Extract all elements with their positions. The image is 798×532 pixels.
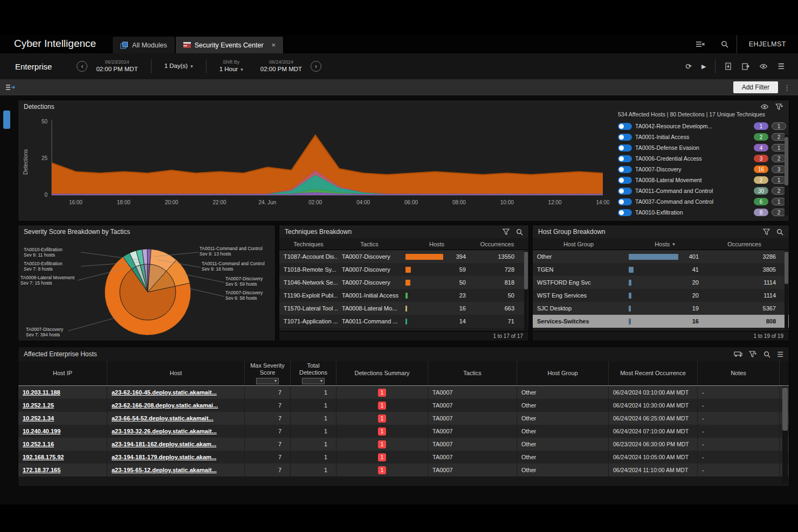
host-row[interactable]: 10.240.40.199a23-193-32-26.deploy.static… [18,425,789,438]
host-ip-link[interactable]: 10.252.1.25 [23,402,54,409]
add-filter-button[interactable]: Add Filter [733,81,778,93]
host-link[interactable]: a23-195-65-12.deploy.static.akamait... [112,467,217,473]
legend-item[interactable]: TA0006-Credential Access32 [618,153,786,164]
hosts-col-header[interactable]: Tactics [428,361,517,385]
play-icon[interactable]: ▶ [697,63,711,70]
hosts-col-header[interactable]: Host IP [18,361,107,385]
tab-security-events-center[interactable]: Security Events Center × [175,37,284,53]
hosts-col-header[interactable]: Host [107,361,245,385]
legend-item[interactable]: TA0005-Defense Evasion41 [618,142,786,153]
legend-toggle[interactable] [618,198,632,205]
detection-count-badge[interactable]: 1 [378,389,386,397]
refresh-icon[interactable]: ⟳ [680,62,697,71]
techniques-col-header[interactable]: Hosts [401,238,472,250]
detection-count-badge[interactable]: 1 [378,402,386,410]
host-ip-link[interactable]: 172.18.37.165 [23,467,60,473]
host-group-col-header[interactable]: Hosts▾ [624,238,705,250]
host-group-scrollbar[interactable] [785,251,788,330]
legend-item[interactable]: TA0042-Resource Developm...11 [618,121,786,132]
host-link[interactable]: a23-62-166-208.deploy.static.akamai... [112,402,218,409]
assets-icon[interactable] [734,351,742,357]
host-ip-link[interactable]: 10.240.40.199 [23,428,60,434]
start-datetime[interactable]: 06/23/2024 02:00 PM MDT [87,59,146,74]
host-group-row[interactable]: SJC Desktop195367 [533,302,789,315]
legend-scrollbar[interactable] [785,135,788,216]
expand-filters-icon[interactable] [5,84,15,91]
host-group-col-header[interactable]: Host Group [533,238,624,250]
filter-icon[interactable] [503,229,510,235]
eye-icon[interactable] [754,64,773,69]
hosts-col-header[interactable]: Most Recent Occurrence [609,361,698,385]
host-group-row[interactable]: WST Eng Services201114 [533,289,789,302]
legend-item[interactable]: TA0011-Command and Control302 [618,185,786,196]
legend-toggle[interactable] [618,188,632,195]
filter-add-icon[interactable] [775,103,783,110]
host-link[interactable]: a23-194-181-179.deploy.static.akam... [112,454,216,460]
legend-item[interactable]: TA0010-Exfiltration82 [618,207,786,218]
search-icon[interactable] [516,229,523,236]
time-back-button[interactable]: ‹ [77,61,87,72]
column-sort-select[interactable]: ▾ [302,378,325,384]
end-datetime[interactable]: 06/24/2024 02:00 PM MDT [252,59,311,74]
techniques-scrollbar[interactable] [524,251,528,330]
close-tab-icon[interactable]: × [272,41,276,49]
menu-icon[interactable]: ☰ [777,350,783,358]
technique-row[interactable]: T1046-Network Se...TA0007-Discovery50818 [279,276,528,289]
detection-count-badge[interactable]: 1 [378,440,386,448]
legend-item[interactable]: TA0007-Discovery163 [618,164,786,175]
host-link[interactable]: a23-194-181-162.deploy.static.akam... [112,441,216,447]
legend-toggle[interactable] [618,134,632,141]
search-icon[interactable] [776,229,783,236]
hosts-col-header[interactable]: Max Severity Score▾ [245,361,291,385]
technique-row[interactable]: T1190-Exploit Publ...TA0001-Initial Acce… [279,289,528,302]
host-row[interactable]: 172.18.37.165a23-195-65-12.deploy.static… [18,464,789,476]
filter-icon[interactable] [763,229,770,235]
legend-toggle[interactable] [618,209,632,216]
host-link[interactable]: a23-66-54-52.deploy.static.akamait... [112,415,214,422]
visibility-icon[interactable] [760,104,769,109]
detection-count-badge[interactable]: 1 [378,466,386,474]
shift-by-select[interactable]: Shift By 1 Hour▾ [211,59,252,74]
side-drawer-handle[interactable] [3,110,10,129]
host-group-row[interactable]: WSTFORD Eng Svc201114 [533,276,789,289]
host-ip-link[interactable]: 10.203.11.188 [23,389,60,396]
menu-icon[interactable]: ☰ [773,62,789,71]
hosts-col-header[interactable]: Host Group [517,361,609,385]
time-forward-button[interactable]: › [311,61,321,72]
hosts-col-header[interactable]: Total Detections▾ [291,361,336,385]
detection-count-badge[interactable]: 1 [378,414,386,423]
legend-item[interactable]: TA0008-Lateral Movement21 [618,175,786,185]
hosts-scrollbar[interactable] [782,386,788,483]
legend-toggle[interactable] [618,144,632,151]
detection-count-badge[interactable]: 1 [378,427,386,436]
export-icon[interactable] [720,63,737,70]
hosts-col-header[interactable]: Notes [698,361,780,385]
filter-add-icon[interactable] [749,351,757,358]
share-icon[interactable] [737,63,754,70]
host-row[interactable]: 10.252.1.34a23-66-54-52.deploy.static.ak… [18,412,789,425]
host-ip-link[interactable]: 10.252.1.34 [23,415,54,422]
host-row[interactable]: 10.252.1.25a23-62-166-208.deploy.static.… [18,399,789,412]
legend-item[interactable]: TA0001-Initial Access22 [618,132,786,142]
column-sort-select[interactable]: ▾ [256,378,279,384]
techniques-col-header[interactable]: Tactics [338,238,401,250]
user-menu[interactable]: EHJELMST [737,35,798,53]
legend-toggle[interactable] [618,155,632,162]
search-icon[interactable] [713,35,737,53]
host-group-row[interactable]: Services-Switches16808 [533,315,789,328]
duration-select[interactable]: 1 Day(s)▾ [156,62,202,71]
more-options-icon[interactable]: ⋮ [778,84,793,92]
legend-item[interactable]: TA0037-Command and Control61 [618,196,786,207]
detection-count-badge[interactable]: 1 [378,453,386,461]
host-ip-link[interactable]: 10.252.1.16 [23,441,54,447]
host-row[interactable]: 10.252.1.16a23-194-181-162.deploy.static… [18,438,789,451]
host-group-row[interactable]: TGEN413805 [533,263,789,276]
host-ip-link[interactable]: 192.168.175.92 [23,454,64,460]
technique-row[interactable]: T1071-Application ...TA0011-Command ...1… [279,315,528,328]
technique-row[interactable]: T1570-Lateral Tool ...TA0008-Lateral Mo.… [279,302,528,315]
legend-toggle[interactable] [618,166,632,173]
host-row[interactable]: 192.168.175.92a23-194-181-179.deploy.sta… [18,451,789,464]
legend-toggle[interactable] [618,123,632,130]
techniques-col-header[interactable]: Techniques [279,238,338,250]
technique-row[interactable]: T1018-Remote Sy...TA0007-Discovery59728 [279,263,528,276]
